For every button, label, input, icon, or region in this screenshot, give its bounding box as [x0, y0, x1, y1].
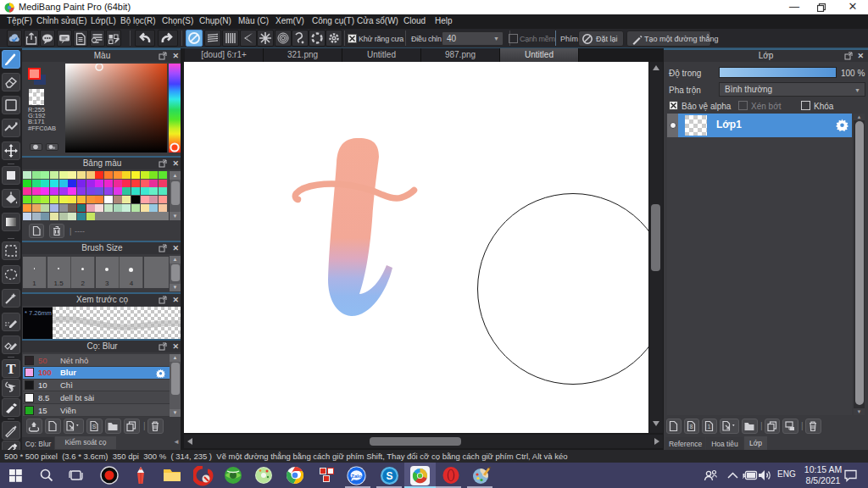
svg-text:8: 8 — [690, 424, 693, 430]
svg-text:S: S — [92, 424, 97, 430]
svg-text:S: S — [386, 470, 392, 482]
svg-text:1: 1 — [708, 424, 711, 430]
svg-text:Zalo: Zalo — [351, 474, 362, 479]
svg-text:T: T — [6, 361, 16, 377]
